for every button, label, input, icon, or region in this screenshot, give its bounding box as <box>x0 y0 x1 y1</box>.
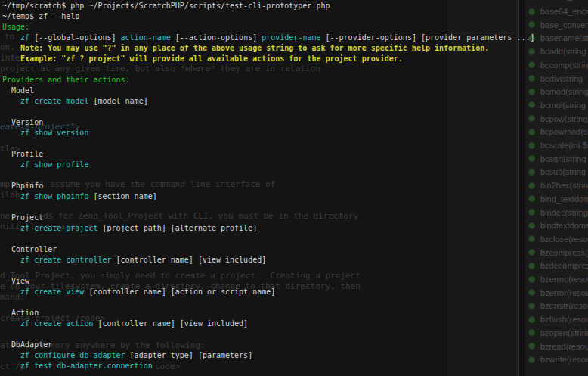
function-list-item[interactable]: bind_textdom <box>515 192 588 206</box>
function-bullet-icon <box>528 263 535 269</box>
function-bullet-icon <box>528 75 535 82</box>
function-label: bzcompress(s <box>540 248 588 257</box>
function-list-item[interactable]: bcpowmod(st <box>515 125 588 138</box>
editor-bg-text: to <box>5 33 14 42</box>
editor-bg-text: tle> <box>0 144 20 154</box>
function-list-item[interactable]: bzerrstr(resou <box>515 299 588 312</box>
function-list-item[interactable]: bcsub(string <box>515 165 588 179</box>
function-list-item[interactable]: base64_decode(st <box>515 0 588 3</box>
function-bullet-icon <box>528 101 535 108</box>
function-label: bcscale(int $s <box>540 141 588 150</box>
editor-bg-text: e on your filesystem, create a directory… <box>0 282 361 291</box>
function-list-item[interactable]: bzerror(resour <box>515 286 588 300</box>
function-bullet-icon <box>528 303 535 309</box>
function-bullet-icon <box>528 343 535 350</box>
function-bullet-icon <box>528 329 535 336</box>
function-list-item[interactable]: basename(stri <box>515 31 588 45</box>
screen: toon.interproject at any given time, but… <box>0 0 588 376</box>
function-browser-panel: base64_decode(stbase64_encodbase_convert… <box>515 0 588 376</box>
function-list-item[interactable]: bcsqrt(string <box>515 152 588 166</box>
function-bullet-icon <box>528 89 535 95</box>
function-bullet-icon <box>528 222 535 229</box>
function-label: bcdiv(string <box>540 74 583 83</box>
function-list-item[interactable]: bcdiv(string <box>515 72 588 85</box>
function-list-item[interactable]: bcmod(string <box>515 85 588 98</box>
function-label: base64_decode(st <box>540 0 588 1</box>
function-list-item[interactable]: bzcompress(s <box>515 246 588 259</box>
function-label: bcpow(string <box>540 114 587 123</box>
function-label: bcsub(string <box>540 167 586 176</box>
editor-bg-text: ct /p <box>0 362 25 371</box>
editor-right-margin <box>447 0 516 376</box>
function-list-item[interactable]: bindec(string <box>515 206 588 219</box>
function-bullet-icon <box>528 48 535 55</box>
function-bullet-icon <box>528 115 535 122</box>
function-label: bcsqrt(string <box>540 154 586 163</box>
function-bullet-icon <box>528 129 535 135</box>
function-list-item[interactable]: bzflush(resou <box>515 312 588 326</box>
function-list-item[interactable]: bin2hex(strin <box>515 179 588 192</box>
function-list-item[interactable]: bzerrno(resou <box>515 272 588 286</box>
editor-bg-text: ds for Zend_Tool_Project with CLI, you m… <box>43 212 358 221</box>
function-list-item[interactable]: bzopen(string <box>515 326 588 340</box>
function-list-item[interactable]: base64_encod <box>515 5 588 18</box>
function-bullet-icon <box>528 249 535 256</box>
editor-bg-text: ated directory anywhere by the following… <box>0 341 206 350</box>
function-list-item[interactable]: bzread(resou <box>515 340 588 353</box>
editor-bg-text: nitially created <box>0 222 80 232</box>
function-bullet-icon <box>528 21 535 28</box>
function-list-item[interactable]: bccomp(strin <box>515 58 588 72</box>
function-label: bind_textdom <box>540 194 588 204</box>
function-label: bzflush(resou <box>540 315 588 324</box>
function-list-item[interactable]: bcmul(string <box>515 98 588 112</box>
function-bullet-icon <box>528 209 535 216</box>
function-label: bcadd(string <box>540 47 586 56</box>
function-bullet-icon <box>528 289 535 296</box>
function-label: bccomp(strin <box>540 61 588 70</box>
function-bullet-icon <box>528 35 535 42</box>
function-bullet-icon <box>528 169 535 176</box>
function-label: base_convert( <box>540 20 588 30</box>
function-list-item[interactable]: bzwrite(resour <box>515 353 588 366</box>
function-bullet-icon <box>528 142 535 149</box>
function-bullet-icon <box>528 276 535 283</box>
function-label: base64_encod <box>540 7 588 16</box>
function-label: bzread(resou <box>540 342 588 351</box>
function-label: bzopen(string <box>540 328 588 337</box>
editor-bg-text: code> <box>155 362 180 371</box>
editor-bg-text: mple will assume you have the command li… <box>0 180 275 189</box>
editor-bg-text: d_Tool_Project, you simply need to creat… <box>0 272 361 281</box>
function-list-item[interactable]: bzclose(resou <box>515 232 588 246</box>
editor-bg-text: ne <box>0 212 10 221</box>
function-label: bcpowmod(st <box>540 127 588 136</box>
function-bullet-icon <box>528 316 535 323</box>
editor-bg-text: inter <box>0 54 25 63</box>
function-list-item[interactable]: bcscale(int $s <box>515 138 588 152</box>
editor-bg-text: ilab <box>0 191 20 200</box>
function-list-item[interactable]: bzdecompres <box>515 259 588 272</box>
function-bullet-icon <box>528 182 535 189</box>
function-bullet-icon <box>528 195 535 202</box>
editor-bg-text: project at any given time, but also *whe… <box>0 64 320 73</box>
function-label: basename(stri <box>540 33 588 42</box>
function-bullet-icon <box>528 8 535 15</box>
editor-bg-text: on. <box>0 43 15 52</box>
editor-bg-text: mand: <box>0 293 25 302</box>
function-label: bzerrno(resou <box>540 275 588 284</box>
function-bullet-icon <box>528 155 535 162</box>
function-list-item[interactable]: base_convert( <box>515 18 588 32</box>
function-bullet-icon <box>528 235 535 242</box>
function-label: bcmul(string <box>540 101 586 110</box>
editor-bg-text: eate-a-project"> <box>0 123 80 132</box>
function-label: bindtextdoma <box>540 221 588 230</box>
function-label: bzwrite(resour <box>540 355 588 364</box>
function-label: bzclose(resou <box>540 235 588 244</box>
function-list-item[interactable]: bcpow(string <box>515 112 588 126</box>
function-label: bcmod(string <box>540 87 588 96</box>
function-bullet-icon <box>528 61 535 68</box>
function-list-item[interactable]: bindtextdoma <box>515 219 588 232</box>
function-label: bzerrstr(resou <box>540 301 588 310</box>
function-list-item[interactable]: bcadd(string <box>515 45 588 58</box>
function-label: bzdecompres <box>540 261 588 270</box>
editor-bg-text: create project /code> <box>0 314 105 323</box>
